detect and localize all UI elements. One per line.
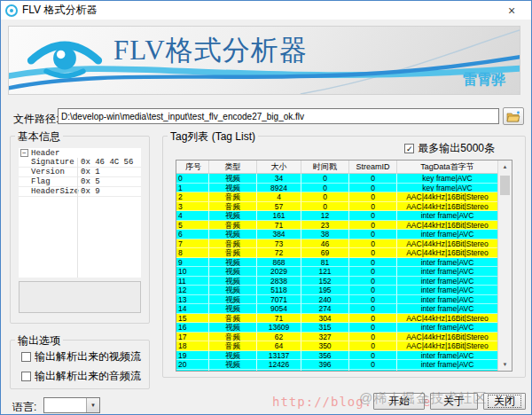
- column-header-2[interactable]: 大小: [257, 161, 301, 174]
- cell-size: 9054: [257, 304, 301, 314]
- tag-row-14[interactable]: 14视频90542740inter frame|AVC: [176, 304, 498, 314]
- cell-type: 视频: [209, 211, 257, 221]
- cell-index: 0: [176, 174, 209, 184]
- column-header-4[interactable]: StreamID: [349, 161, 397, 174]
- cell-timestamp: 152: [301, 277, 349, 286]
- cell-streamid: 0: [349, 267, 397, 277]
- tree-row-version[interactable]: Version0x 1: [19, 168, 141, 177]
- tag-row-21[interactable]: 21: [176, 370, 498, 372]
- vertical-scrollbar[interactable]: ▲ ▼: [497, 161, 512, 371]
- cell-streamid: 0: [349, 277, 397, 286]
- tag-row-1[interactable]: 1视频892400key frame|AVC: [176, 184, 498, 193]
- tag-row-18[interactable]: 18音频643500AAC|44kHz|16Bit|Stereo: [176, 341, 498, 351]
- checkbox-unchecked-icon[interactable]: [21, 352, 31, 362]
- language-label: 语言:: [12, 400, 36, 415]
- tree-field-name: Signature: [19, 158, 77, 167]
- start-button[interactable]: 开始: [373, 393, 425, 410]
- cell-timestamp: 121: [301, 267, 349, 277]
- tree-field-value: 0x 46 4C 56: [77, 158, 141, 167]
- cell-streamid: 0: [349, 333, 397, 342]
- cell-size: 57: [257, 202, 301, 212]
- cell-streamid: 0: [349, 230, 397, 239]
- column-header-0[interactable]: 序号: [176, 161, 209, 174]
- tag-row-20[interactable]: 20视频124263960inter frame|AVC: [176, 360, 498, 370]
- output-options-groupbox: 输出选项 输出解析出来的视频流 输出解析出来的音频流: [10, 340, 150, 389]
- limit-5000-checkbox[interactable]: ✓ 最多输出5000条: [404, 141, 495, 156]
- cell-size: 13137: [257, 351, 301, 361]
- column-header-1[interactable]: 类型: [209, 161, 257, 174]
- tag-row-13[interactable]: 13视频70712400inter frame|AVC: [176, 295, 498, 305]
- window-title: FLV 格式分析器: [22, 3, 97, 18]
- cell-timestamp: 12: [301, 211, 349, 221]
- cell-timestamp: 81: [301, 258, 349, 268]
- close-window-icon[interactable]: ×: [497, 1, 526, 20]
- cell-tagdata: key frame|AVC: [397, 184, 498, 193]
- scrollbar-thumb[interactable]: [500, 176, 510, 195]
- tree-row-flag[interactable]: Flag0x 5: [19, 177, 141, 187]
- file-path-input[interactable]: [58, 108, 499, 124]
- tree-column-divider: [77, 158, 78, 278]
- tree-row-signature[interactable]: Signature0x 46 4C 56: [19, 158, 141, 168]
- close-button[interactable]: 关闭: [483, 393, 526, 410]
- tree-field-value: 0x 5: [77, 177, 141, 186]
- browse-button[interactable]: [503, 107, 524, 125]
- basic-info-groupbox: 基本信息 − Header Signature0x 46 4C 56Versio…: [10, 136, 150, 324]
- cell-type: 视频: [209, 184, 257, 193]
- scroll-up-icon[interactable]: ▲: [498, 161, 512, 173]
- tag-row-7[interactable]: 7音频73460AAC|44kHz|16Bit|Stereo: [176, 239, 498, 249]
- tag-row-17[interactable]: 17音频623270AAC|44kHz|16Bit|Stereo: [176, 333, 498, 342]
- about-button[interactable]: 关于: [430, 393, 478, 410]
- close-button-label: 关闭: [488, 395, 521, 408]
- tag-row-19[interactable]: 19视频131373560inter frame|AVC: [176, 351, 498, 361]
- tag-row-11[interactable]: 11视频28381520inter frame|AVC: [176, 277, 498, 286]
- scroll-down-icon[interactable]: ▼: [498, 358, 512, 371]
- collapse-icon[interactable]: −: [20, 149, 28, 157]
- tag-row-8[interactable]: 8音频72690AAC|44kHz|16Bit|Stereo: [176, 248, 498, 258]
- cell-streamid: 0: [349, 258, 397, 268]
- tag-row-4[interactable]: 4视频161120inter frame|AVC: [176, 211, 498, 221]
- cell-tagdata: inter frame|AVC: [397, 295, 498, 305]
- tag-row-6[interactable]: 6视频384380inter frame|AVC: [176, 230, 498, 239]
- cell-tagdata: AAC|44kHz|16Bit|Stereo: [397, 221, 498, 231]
- tag-row-12[interactable]: 12视频51181950inter frame|AVC: [176, 286, 498, 295]
- cell-size: 34: [257, 174, 301, 184]
- tag-row-0[interactable]: 0视频3400key frame|AVC: [176, 174, 498, 184]
- chevron-down-icon[interactable]: ▼: [86, 398, 99, 412]
- cell-type: 音频: [209, 341, 257, 351]
- cell-timestamp: 327: [301, 333, 349, 342]
- cell-timestamp: 274: [301, 304, 349, 314]
- checkbox-unchecked-icon[interactable]: [21, 372, 31, 381]
- tag-row-5[interactable]: 5音频71230AAC|44kHz|16Bit|Stereo: [176, 221, 498, 231]
- tag-row-15[interactable]: 15音频713040AAC|44kHz|16Bit|Stereo: [176, 314, 498, 324]
- cell-type: 音频: [209, 221, 257, 231]
- column-header-5[interactable]: TagData首字节: [397, 161, 498, 174]
- cell-size: 73: [257, 239, 301, 249]
- checkbox-checked-icon[interactable]: ✓: [404, 144, 414, 153]
- cell-size: 4: [257, 192, 301, 202]
- tag-row-9[interactable]: 9视频868810inter frame|AVC: [176, 258, 498, 268]
- cell-tagdata: AAC|44kHz|16Bit|Stereo: [397, 192, 498, 202]
- output-audio-checkbox[interactable]: 输出解析出来的音频流: [21, 369, 141, 384]
- tag-row-3[interactable]: 3音频5700AAC|44kHz|16Bit|Stereo: [176, 202, 498, 212]
- cell-index: 21: [176, 370, 209, 372]
- tree-row-headersize[interactable]: HeaderSize0x 9: [19, 187, 141, 197]
- cell-index: 11: [176, 277, 209, 286]
- cell-streamid: 0: [349, 202, 397, 212]
- tag-row-10[interactable]: 10视频20291210inter frame|AVC: [176, 267, 498, 277]
- language-select[interactable]: ▼: [43, 397, 100, 413]
- cell-size: 2838: [257, 277, 301, 286]
- cell-timestamp: 23: [301, 221, 349, 231]
- cell-size: 5118: [257, 286, 301, 295]
- tag-row-16[interactable]: 16视频136093150inter frame|AVC: [176, 323, 498, 333]
- tree-root-label: Header: [31, 149, 59, 158]
- output-video-checkbox[interactable]: 输出解析出来的视频流: [21, 349, 141, 364]
- cell-tagdata: key frame|AVC: [397, 174, 498, 184]
- tag-list-title: Tag列表 (Tag List): [168, 129, 258, 145]
- cell-type: 音频: [209, 202, 257, 212]
- cell-timestamp: 0: [301, 192, 349, 202]
- cell-streamid: 0: [349, 351, 397, 361]
- column-header-3[interactable]: 时间戳: [301, 161, 349, 174]
- tree-root-row[interactable]: − Header: [19, 148, 141, 158]
- tag-row-2[interactable]: 2音频400AAC|44kHz|16Bit|Stereo: [176, 192, 498, 202]
- cell-tagdata: inter frame|AVC: [397, 277, 498, 286]
